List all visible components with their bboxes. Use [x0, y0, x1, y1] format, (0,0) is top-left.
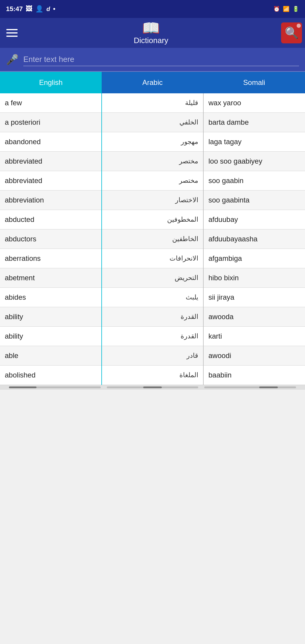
cell-somali: afgambiga	[203, 249, 305, 268]
cell-somali: barta dambe	[203, 113, 305, 132]
menu-line-2	[6, 32, 18, 34]
cell-arabic: الملغاة	[102, 366, 203, 385]
book-icon: 📖	[142, 21, 160, 35]
menu-button[interactable]	[3, 24, 21, 42]
cell-english: abducted	[0, 210, 102, 229]
cell-somali: afduubayaasha	[203, 229, 305, 249]
table-row: abilityالقدرةkarti	[0, 327, 305, 346]
cell-somali: awoodi	[203, 346, 305, 366]
scroll-track-1[interactable]	[9, 386, 101, 388]
cell-somali: soo gaabin	[203, 171, 305, 191]
cell-somali: karti	[203, 327, 305, 346]
dictionary-table: a fewقليلةwax yarooa posterioriالخلفيbar…	[0, 93, 305, 385]
cell-arabic: قليلة	[102, 93, 203, 113]
cell-arabic: القدرة	[102, 307, 203, 327]
scroll-thumb-3	[259, 386, 277, 388]
scroll-indicator	[0, 385, 305, 390]
search-corner-accent	[297, 24, 301, 28]
table-row: ableقادرawoodi	[0, 346, 305, 366]
cell-arabic: القدرة	[102, 327, 203, 346]
cell-arabic: التحريض	[102, 268, 203, 288]
cell-arabic: الانحرافات	[102, 249, 203, 268]
status-time-area: 15:47 🖼 👤 d •	[6, 5, 55, 13]
scroll-thumb-1	[9, 386, 36, 388]
cell-arabic: مهجور	[102, 132, 203, 152]
cell-arabic: مختصر	[102, 152, 203, 171]
column-header-arabic[interactable]: Arabic	[102, 72, 203, 93]
search-input[interactable]	[23, 53, 299, 66]
cell-english: abolished	[0, 366, 102, 385]
cell-english: a few	[0, 93, 102, 113]
battery-icon: 🔋	[292, 6, 299, 12]
table-row: abandonedمهجورlaga tagay	[0, 132, 305, 152]
cell-arabic: مختصر	[102, 171, 203, 191]
cell-somali: awooda	[203, 307, 305, 327]
cell-english: abbreviation	[0, 191, 102, 210]
cell-english: aberrations	[0, 249, 102, 268]
cell-somali: sii jiraya	[203, 288, 305, 307]
cell-english: ability	[0, 327, 102, 346]
cell-english: abetment	[0, 268, 102, 288]
status-bar: 15:47 🖼 👤 d • ⏰ 📶 🔋	[0, 0, 305, 18]
top-bar: 📖 Dictionary 🔍	[0, 18, 305, 48]
cell-arabic: يلبث	[102, 288, 203, 307]
status-time: 15:47	[6, 5, 23, 13]
table-row: abbreviationالاختصارsoo gaabinta	[0, 191, 305, 210]
cell-somali: soo gaabinta	[203, 191, 305, 210]
table-row: a fewقليلةwax yaroo	[0, 93, 305, 113]
cell-arabic: الاختصار	[102, 191, 203, 210]
table-row: abidesيلبثsii jiraya	[0, 288, 305, 307]
table-row: abilityالقدرةawooda	[0, 307, 305, 327]
search-icon: 🔍	[285, 26, 299, 39]
column-header-somali[interactable]: Somali	[203, 72, 305, 93]
cell-english: abandoned	[0, 132, 102, 152]
app-title: Dictionary	[134, 36, 168, 45]
search-button[interactable]: 🔍	[281, 22, 302, 43]
dot-icon: •	[53, 5, 56, 13]
photo-icon: 🖼	[26, 5, 32, 13]
table-row: a posterioriالخلفيbarta dambe	[0, 113, 305, 132]
mic-icon[interactable]: 🎤	[6, 54, 19, 66]
user-icon: 👤	[35, 5, 43, 13]
cell-english: able	[0, 346, 102, 366]
top-bar-center: 📖 Dictionary	[21, 21, 281, 45]
column-headers: English Arabic Somali	[0, 72, 305, 93]
cell-arabic: المخطوفين	[102, 210, 203, 229]
table-row: abbreviatedمختصرloo soo gaabiyey	[0, 152, 305, 171]
column-header-english[interactable]: English	[0, 72, 102, 93]
signal-icon: 📶	[283, 6, 289, 12]
cell-english: abbreviated	[0, 152, 102, 171]
cell-somali: baabiin	[203, 366, 305, 385]
menu-line-1	[6, 29, 18, 30]
table-row: aberrationsالانحرافاتafgambiga	[0, 249, 305, 268]
cell-english: a posteriori	[0, 113, 102, 132]
status-icons: ⏰ 📶 🔋	[273, 6, 299, 12]
menu-line-3	[6, 36, 18, 37]
table-row: abductedالمخطوفينafduubay	[0, 210, 305, 229]
cell-english: abides	[0, 288, 102, 307]
cell-somali: hibo bixin	[203, 268, 305, 288]
d-icon: d	[46, 6, 50, 13]
alarm-icon: ⏰	[273, 6, 280, 12]
cell-arabic: الخلفي	[102, 113, 203, 132]
scroll-track-2[interactable]	[107, 386, 199, 388]
table-row: abetmentالتحريضhibo bixin	[0, 268, 305, 288]
table-row: abolishedالملغاةbaabiin	[0, 366, 305, 385]
search-bar: 🎤	[0, 48, 305, 72]
cell-english: ability	[0, 307, 102, 327]
cell-somali: loo soo gaabiyey	[203, 152, 305, 171]
scroll-thumb-2	[143, 386, 161, 388]
table-row: abductorsالخاطفينafduubayaasha	[0, 229, 305, 249]
cell-somali: laga tagay	[203, 132, 305, 152]
cell-english: abbreviated	[0, 171, 102, 191]
cell-somali: wax yaroo	[203, 93, 305, 113]
cell-english: abductors	[0, 229, 102, 249]
cell-somali: afduubay	[203, 210, 305, 229]
table-row: abbreviatedمختصرsoo gaabin	[0, 171, 305, 191]
cell-arabic: الخاطفين	[102, 229, 203, 249]
cell-arabic: قادر	[102, 346, 203, 366]
scroll-track-3[interactable]	[204, 386, 296, 388]
